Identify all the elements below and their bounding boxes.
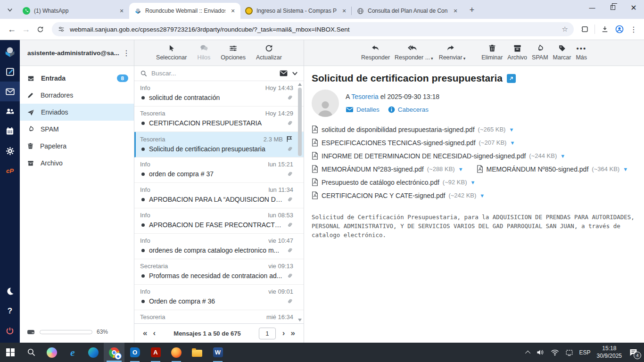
account-menu-icon[interactable]: ⋮ <box>123 49 130 58</box>
attachment[interactable]: CERTIFICACION PAC Y CATE-signed.pdf (~24… <box>312 191 485 199</box>
tab-close-icon[interactable]: ✕ <box>229 7 237 15</box>
message-row[interactable]: Infovie 09:01 Orden de compra # 36 <box>134 285 304 310</box>
recipient-link[interactable]: Tesoreria <box>351 93 379 100</box>
search-scope-mail-icon[interactable] <box>279 70 288 77</box>
message-row[interactable]: Infolun 11:34 APROBACION PARA LA “ADQUIS… <box>134 183 304 208</box>
reply-all-button[interactable]: Responder ... <box>395 44 430 61</box>
attachment[interactable]: solicitud de disponibilidad presupuestar… <box>312 125 514 133</box>
address-bar[interactable]: webmail.sanjuan.gob.ec/cpsess2879723216/… <box>52 22 574 36</box>
folder-entrada[interactable]: Entrada 8 <box>20 70 134 87</box>
attachment-menu-caret[interactable]: ▼ <box>510 140 515 146</box>
acrobat-button[interactable]: A <box>145 343 166 362</box>
back-button[interactable]: ← <box>5 22 19 36</box>
tab-plan-anual[interactable]: Consulta del Plan Anual de Con ✕ <box>352 3 463 19</box>
tab-sercop[interactable]: Ingreso al Sistema - Compras P ✕ <box>240 3 352 19</box>
attachment[interactable]: INFORME DE DETERMINACION DE NECESIDAD-si… <box>312 152 565 160</box>
taskbar-search-button[interactable] <box>21 343 41 362</box>
attachment[interactable]: ESPECIFICACIONES TECNICAS-signed-signed.… <box>312 139 515 147</box>
file-explorer-button[interactable] <box>187 343 207 362</box>
reply-button[interactable]: Responder <box>361 44 390 66</box>
restore-button[interactable] <box>603 0 623 15</box>
threads-button[interactable]: Hilos <box>197 44 210 66</box>
tab-search-button[interactable] <box>3 3 17 16</box>
search-input[interactable] <box>151 70 275 77</box>
volume-button[interactable] <box>537 349 545 356</box>
forward-button[interactable]: Reenviar <box>439 44 462 61</box>
options-button[interactable]: Opciones <box>221 44 246 66</box>
flag-icon[interactable] <box>286 135 293 143</box>
mail-section-button[interactable] <box>0 82 20 101</box>
dark-mode-button[interactable] <box>0 281 20 301</box>
attachment-menu-caret[interactable]: ▼ <box>458 166 463 172</box>
close-button[interactable]: ✕ <box>623 0 644 15</box>
wifi-button[interactable] <box>551 349 559 356</box>
message-row-selected[interactable]: Tesoreria2.3 MB Solicitud de certificaci… <box>134 132 304 157</box>
folder-papelera[interactable]: Papelera <box>20 138 134 155</box>
chrome-button[interactable]: ☻ <box>104 343 124 362</box>
more-button[interactable]: ••• Más <box>576 44 587 66</box>
help-button[interactable]: ? <box>0 301 20 321</box>
attachment-menu-caret[interactable]: ▼ <box>509 127 514 132</box>
side-panel-icon[interactable] <box>580 25 589 33</box>
attachment-menu-caret[interactable]: ▼ <box>560 153 565 159</box>
archive-button[interactable]: Archivo <box>507 44 527 66</box>
message-row[interactable]: Infovie 10:47 ordenes de compra catalogo… <box>134 234 304 259</box>
attachment-menu-caret[interactable]: ▼ <box>471 180 476 185</box>
folder-borradores[interactable]: Borradores <box>20 87 134 104</box>
compose-button[interactable] <box>0 62 20 82</box>
next-page-button[interactable]: › <box>280 329 288 338</box>
page-number-input[interactable] <box>259 328 276 339</box>
bookmark-star-icon[interactable]: ☆ <box>562 25 568 33</box>
last-page-button[interactable]: » <box>288 329 298 338</box>
headers-toggle[interactable]: Cabeceras <box>388 106 429 113</box>
folder-spam[interactable]: SPAM <box>20 121 134 138</box>
tab-close-icon[interactable]: ✕ <box>118 7 125 15</box>
delete-button[interactable]: Eliminar <box>481 44 503 66</box>
internet-explorer-button[interactable]: e <box>62 343 83 362</box>
tab-close-icon[interactable]: ✕ <box>452 7 459 15</box>
minimize-button[interactable]: — <box>582 0 603 15</box>
tab-close-icon[interactable]: ✕ <box>340 7 348 15</box>
hidden-icons-button[interactable] <box>527 351 530 354</box>
details-toggle[interactable]: Detalles <box>346 106 380 113</box>
attachment[interactable]: Presupuesto de catálogo electrónico.pdf … <box>312 178 475 186</box>
scroll-down-arrow[interactable] <box>298 319 302 321</box>
taskbar-clock[interactable]: 15:18 30/9/2025 <box>597 345 622 360</box>
tab-roundcube-active[interactable]: Roundcube Webmail :: Enviados ✕ <box>129 3 240 19</box>
message-row[interactable]: TesoreriaHoy 14:29 CERTIFICACION PRESUPU… <box>134 107 304 132</box>
notification-center-button[interactable]: 4 <box>628 348 638 357</box>
tab-whatsapp[interactable]: (1) WhatsApp ✕ <box>18 3 129 19</box>
attachment-menu-caret[interactable]: ▼ <box>623 166 628 172</box>
select-button[interactable]: Seleccionar <box>156 44 187 66</box>
refresh-button[interactable]: Actualizar <box>256 44 282 66</box>
cpanel-button[interactable]: cP <box>0 161 20 181</box>
language-indicator[interactable]: ESP <box>579 349 591 356</box>
firefox-button[interactable] <box>166 343 187 362</box>
copilot-button[interactable] <box>41 343 62 362</box>
message-row[interactable]: Secretariavie 09:13 Proformas de necesid… <box>134 259 304 285</box>
contacts-button[interactable] <box>0 101 20 121</box>
word-button[interactable]: W <box>207 343 228 362</box>
attachment[interactable]: MEMORÁNDUM Nº283-signed.pdf (~288 KB) ▼ <box>312 165 463 173</box>
search-options-chevron-icon[interactable] <box>292 70 298 76</box>
profile-avatar-icon[interactable] <box>615 25 624 34</box>
message-row[interactable]: Infolun 15:21 orden de compra # 37 <box>134 157 304 183</box>
browser-menu-icon[interactable]: ⋮ <box>630 25 637 34</box>
reply-all-caret[interactable]: ▾ <box>431 56 433 61</box>
outlook-button[interactable]: O <box>124 343 145 362</box>
logout-button[interactable] <box>0 321 20 341</box>
folder-enviados[interactable]: Enviados <box>20 104 134 121</box>
list-scrollbar[interactable] <box>297 81 303 323</box>
calendar-button[interactable] <box>0 121 20 141</box>
message-row[interactable]: Infolun 08:53 APROBACION DE FASE PRECONT… <box>134 208 304 234</box>
attachment[interactable]: MEMORÁNDUM Nº850-signed.pdf (~364 KB) ▼ <box>477 165 628 173</box>
start-button[interactable] <box>0 343 21 362</box>
prev-page-button[interactable]: ‹ <box>150 329 158 338</box>
forward-button[interactable]: → <box>19 22 33 36</box>
first-page-button[interactable]: « <box>140 329 150 338</box>
reload-button[interactable] <box>33 22 47 36</box>
attachment-menu-caret[interactable]: ▼ <box>479 193 485 198</box>
settings-button[interactable] <box>0 141 20 161</box>
open-in-new-window-button[interactable] <box>507 74 516 83</box>
message-row[interactable]: InfoHoy 14:43 solicitud de contratación <box>134 81 304 107</box>
